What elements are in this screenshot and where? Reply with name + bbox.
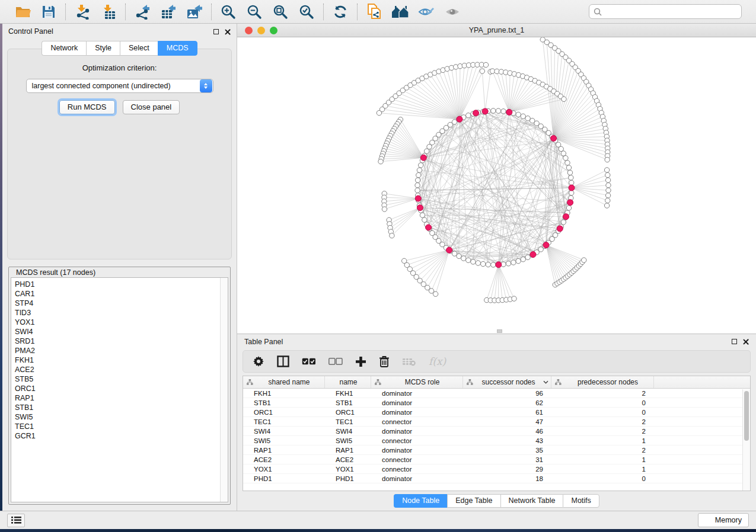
select-all-rows-button[interactable] bbox=[302, 358, 316, 366]
table-cell[interactable]: PHD1 bbox=[243, 475, 325, 482]
tab-network[interactable]: Network bbox=[42, 41, 86, 56]
mcds-network-node[interactable] bbox=[557, 226, 563, 232]
mcds-network-node[interactable] bbox=[482, 108, 488, 114]
table-scrollbar[interactable] bbox=[742, 389, 750, 491]
home-view-button[interactable] bbox=[391, 3, 410, 21]
network-node[interactable] bbox=[382, 207, 387, 211]
mcds-result-item[interactable]: GCR1 bbox=[15, 431, 220, 441]
mcds-result-list[interactable]: PHD1CAR1STP4TID3YOX1SWI4SRD1PMA2FKH1ACE2… bbox=[11, 278, 220, 502]
network-graph[interactable] bbox=[237, 37, 752, 331]
table-cell[interactable]: SWI5 bbox=[325, 437, 371, 444]
network-node[interactable] bbox=[511, 260, 516, 265]
table-cell[interactable]: 1 bbox=[551, 437, 654, 444]
table-row[interactable]: ORC1ORC1dominator610 bbox=[243, 408, 750, 417]
table-cell[interactable]: 2 bbox=[551, 418, 654, 425]
table-cell[interactable]: 47 bbox=[463, 418, 551, 425]
table-cell[interactable]: 0 bbox=[551, 399, 654, 406]
table-scrollbar-thumb[interactable] bbox=[744, 391, 749, 441]
network-node[interactable] bbox=[605, 157, 610, 162]
table-cell[interactable]: ACE2 bbox=[243, 456, 325, 463]
table-cell[interactable]: 0 bbox=[551, 409, 654, 416]
network-node[interactable] bbox=[416, 172, 421, 177]
zoom-in-button[interactable] bbox=[219, 3, 238, 21]
import-network-button[interactable] bbox=[73, 3, 92, 21]
network-node[interactable] bbox=[605, 193, 610, 198]
column-header-MCDS-role[interactable]: MCDS role bbox=[371, 376, 463, 388]
close-window-icon[interactable] bbox=[245, 27, 253, 34]
network-node[interactable] bbox=[457, 254, 461, 258]
mcds-network-node[interactable] bbox=[417, 205, 423, 211]
export-image-button[interactable] bbox=[185, 3, 204, 21]
table-cell[interactable]: connector bbox=[371, 437, 463, 444]
close-panel-button[interactable]: Close panel bbox=[123, 100, 180, 114]
table-cell[interactable]: dominator bbox=[371, 447, 463, 454]
table-cell[interactable]: STB1 bbox=[243, 399, 325, 406]
column-header-shared-name[interactable]: shared name bbox=[243, 376, 325, 388]
table-cell[interactable]: 18 bbox=[463, 475, 551, 482]
network-node[interactable] bbox=[569, 190, 574, 195]
network-node[interactable] bbox=[422, 217, 427, 222]
mcds-network-node[interactable] bbox=[530, 252, 536, 258]
mcds-result-item[interactable]: TID3 bbox=[15, 308, 220, 318]
open-file-button[interactable] bbox=[13, 3, 32, 21]
mcds-network-node[interactable] bbox=[569, 185, 575, 191]
mcds-result-item[interactable]: STP4 bbox=[15, 299, 220, 308]
table-settings-button[interactable] bbox=[253, 355, 264, 367]
network-node[interactable] bbox=[525, 116, 530, 121]
table-cell[interactable]: dominator bbox=[371, 428, 463, 435]
delete-column-button[interactable] bbox=[379, 355, 390, 367]
table-cell[interactable]: 43 bbox=[463, 437, 551, 444]
table-cell[interactable]: YOX1 bbox=[243, 466, 325, 473]
network-node[interactable] bbox=[476, 261, 480, 265]
table-cell[interactable]: 46 bbox=[463, 428, 551, 435]
network-node[interactable] bbox=[582, 258, 586, 262]
table-row[interactable]: FKH1FKH1dominator962 bbox=[243, 389, 750, 398]
mcds-network-node[interactable] bbox=[446, 247, 452, 253]
mcds-network-node[interactable] bbox=[426, 225, 432, 230]
network-node[interactable] bbox=[605, 198, 610, 203]
network-node[interactable] bbox=[566, 165, 571, 170]
network-node[interactable] bbox=[562, 97, 566, 101]
table-cell[interactable]: ORC1 bbox=[325, 409, 371, 416]
save-session-button[interactable] bbox=[39, 3, 58, 21]
zoom-fit-button[interactable] bbox=[271, 3, 290, 21]
tab-node-table[interactable]: Node Table bbox=[394, 494, 447, 508]
mcds-network-node[interactable] bbox=[551, 135, 557, 141]
mcds-result-item[interactable]: STB1 bbox=[15, 403, 220, 412]
close-table-panel-icon[interactable] bbox=[742, 338, 749, 345]
tab-network-table[interactable]: Network Table bbox=[500, 494, 563, 508]
network-node[interactable] bbox=[491, 262, 496, 267]
clone-network-button[interactable] bbox=[365, 3, 384, 21]
network-node[interactable] bbox=[466, 113, 471, 118]
table-cell[interactable]: SWI4 bbox=[243, 428, 325, 435]
network-node[interactable] bbox=[569, 180, 574, 185]
mcds-network-node[interactable] bbox=[420, 155, 426, 161]
table-cell[interactable]: 96 bbox=[463, 390, 551, 397]
show-columns-button[interactable] bbox=[277, 355, 289, 367]
minimize-window-icon[interactable] bbox=[257, 27, 265, 34]
network-node[interactable] bbox=[424, 149, 429, 153]
table-row[interactable]: ACE2ACE2connector311 bbox=[243, 455, 750, 464]
table-cell[interactable]: connector bbox=[371, 418, 463, 425]
table-cell[interactable]: dominator bbox=[371, 475, 463, 482]
network-node[interactable] bbox=[481, 261, 486, 266]
table-row[interactable]: STB1STB1dominator620 bbox=[243, 398, 750, 408]
network-node[interactable] bbox=[461, 256, 466, 261]
table-cell[interactable]: RAP1 bbox=[243, 447, 325, 454]
table-cell[interactable]: FKH1 bbox=[243, 390, 325, 397]
import-table-button[interactable] bbox=[99, 3, 118, 21]
network-node[interactable] bbox=[566, 206, 571, 210]
table-cell[interactable]: STB1 bbox=[325, 399, 371, 406]
network-node[interactable] bbox=[415, 183, 420, 188]
network-node[interactable] bbox=[483, 62, 488, 67]
network-node[interactable] bbox=[521, 114, 525, 118]
network-canvas-area[interactable] bbox=[237, 37, 756, 334]
mcds-result-item[interactable]: ACE2 bbox=[15, 365, 220, 374]
table-cell[interactable]: 31 bbox=[463, 456, 551, 463]
network-node[interactable] bbox=[604, 168, 609, 172]
network-node[interactable] bbox=[417, 168, 422, 172]
mcds-result-item[interactable]: TEC1 bbox=[15, 422, 220, 431]
table-cell[interactable]: SWI4 bbox=[325, 428, 371, 435]
mcds-result-item[interactable]: RAP1 bbox=[15, 393, 220, 403]
export-table-button[interactable] bbox=[159, 3, 178, 21]
